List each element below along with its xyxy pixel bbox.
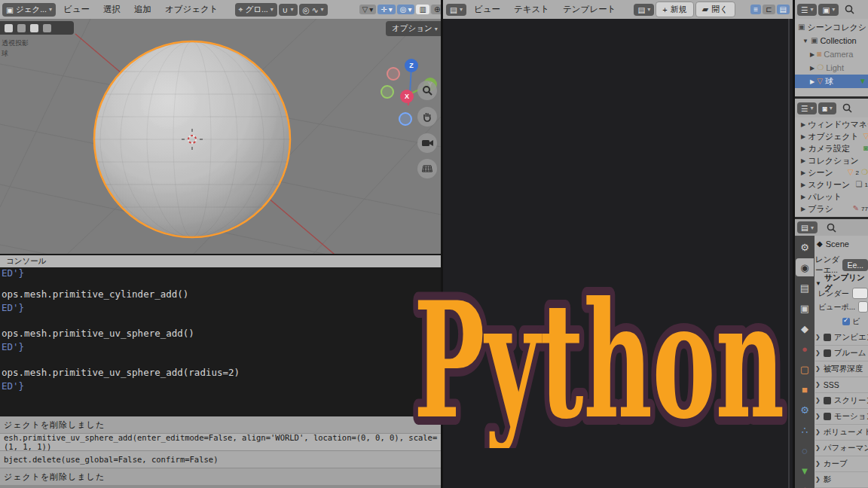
blendfile-item-objects[interactable]: ▶オブジェクト▽ bbox=[795, 130, 868, 142]
tab-object[interactable]: ■ bbox=[796, 380, 814, 398]
outliner-item-scene-collection[interactable]: ▣ シーンコレクショ bbox=[795, 20, 868, 34]
console-tab[interactable]: コンソール bbox=[0, 256, 46, 267]
checkbox-checked[interactable] bbox=[842, 318, 850, 325]
blendfile-item-screens[interactable]: ▶スクリーン❏1 bbox=[795, 178, 868, 191]
mode-dropdown[interactable]: ▣ジェク...▾ bbox=[2, 3, 56, 17]
outliner-type-dropdown[interactable]: ☰▾ bbox=[797, 102, 817, 114]
blendfile-item-cameras[interactable]: ▶カメラ設定◙ bbox=[795, 142, 868, 154]
section-screen-space[interactable]: ❯スクリーン bbox=[815, 392, 868, 409]
text-editor-scrollbar[interactable] bbox=[788, 19, 790, 488]
display-mode-dropdown[interactable]: ◙▾ bbox=[818, 102, 836, 114]
menu-object[interactable]: オブジェクト bbox=[159, 2, 225, 17]
blendfile-item-scenes[interactable]: ▶シーン▽2❍ bbox=[795, 166, 868, 178]
blendfile-item-collections[interactable]: ▶コレクション bbox=[795, 154, 868, 166]
tab-collection[interactable]: ▢ bbox=[796, 360, 814, 378]
checkbox[interactable] bbox=[824, 397, 831, 404]
gizmo-x-axis[interactable]: X bbox=[400, 90, 414, 103]
section-indirect-lighting[interactable]: ❯間接照明 bbox=[815, 485, 868, 488]
tab-particles[interactable]: ∴ bbox=[796, 421, 814, 439]
zoom-button[interactable] bbox=[417, 81, 437, 100]
render-samples-field[interactable] bbox=[852, 288, 868, 299]
blendfile-item-brushes[interactable]: ▶ブラシ✎77 bbox=[795, 203, 868, 215]
render-engine-dropdown[interactable]: Ee... bbox=[842, 259, 868, 271]
properties-type-dropdown[interactable]: ▤▾ bbox=[797, 221, 818, 233]
gizmo-icon: ✛ bbox=[381, 5, 387, 14]
section-volumetrics[interactable]: ❯ボリューメトリ bbox=[815, 424, 868, 441]
section-sss[interactable]: ❯SSS bbox=[815, 377, 868, 393]
viewport-samples-field[interactable] bbox=[858, 301, 868, 313]
tab-object-data[interactable]: ▼ bbox=[796, 462, 814, 480]
outliner-filter-dropdown[interactable]: ▣▾ bbox=[818, 4, 839, 16]
overlays-toggle[interactable]: ◎▾ bbox=[397, 5, 415, 14]
tab-render[interactable]: ◉ bbox=[796, 258, 814, 276]
orientation-dropdown[interactable]: ⌖グロ...▾ bbox=[235, 3, 277, 17]
blendfile-item-window-manager[interactable]: ▶ウィンドウマネー bbox=[795, 118, 868, 130]
section-curves[interactable]: ❯カーブ bbox=[815, 456, 868, 472]
syntax-highlight-toggle[interactable]: ▤ bbox=[777, 5, 790, 14]
word-wrap-toggle[interactable]: ⊏ bbox=[763, 5, 775, 14]
menu-select[interactable]: 選択 bbox=[97, 2, 127, 17]
tab-view-layer[interactable]: ▣ bbox=[796, 299, 814, 317]
outliner-type-dropdown[interactable]: ☰▾ bbox=[797, 4, 817, 16]
gizmo-neg-y-axis[interactable] bbox=[381, 85, 394, 99]
checkbox[interactable] bbox=[824, 349, 831, 357]
section-motion-blur[interactable]: ❯モーション bbox=[815, 408, 868, 425]
tab-world[interactable]: ● bbox=[796, 340, 814, 358]
menu-text[interactable]: テキスト bbox=[508, 2, 555, 17]
overlays-icon: ◎ bbox=[400, 5, 407, 14]
viewport-canvas[interactable]: 透視投影 球 オプション▾ Z Y X bbox=[0, 19, 441, 254]
info-row[interactable]: ジェクトを削除しました bbox=[0, 416, 441, 434]
text-datablock-dropdown[interactable]: ▤▾ bbox=[634, 4, 654, 16]
gizmos-toggle[interactable]: ✛▾ bbox=[377, 5, 395, 14]
options-dropdown[interactable]: オプション▾ bbox=[386, 21, 441, 36]
menu-add[interactable]: 追加 bbox=[128, 2, 157, 17]
proportional-edit-dropdown[interactable]: ◎∿▾ bbox=[299, 4, 328, 16]
snap-dropdown[interactable]: ∪▾ bbox=[279, 4, 298, 16]
outliner-item-sphere[interactable]: ▶ ▽ 球 ▼ bbox=[795, 75, 868, 88]
info-row[interactable]: esh.primitive_uv_sphere_add(enter_editmo… bbox=[0, 434, 441, 451]
section-ambient-occlusion[interactable]: ❯アンビエン bbox=[815, 329, 868, 346]
tab-physics[interactable]: ◌ bbox=[796, 441, 814, 459]
filter-button[interactable]: ▽▾ bbox=[359, 5, 377, 14]
editor-type-dropdown[interactable]: ▤▾ bbox=[446, 4, 466, 16]
search-icon[interactable] bbox=[827, 223, 836, 233]
blendfile-item-palettes[interactable]: ▶パレット bbox=[795, 191, 868, 203]
tab-tool[interactable]: ⚙ bbox=[796, 238, 814, 256]
tab-scene[interactable]: ◆ bbox=[796, 319, 814, 337]
text-editor-body[interactable] bbox=[443, 19, 793, 488]
line-numbers-toggle[interactable]: ≡ bbox=[750, 5, 761, 14]
perspective-toggle-button[interactable] bbox=[417, 159, 437, 178]
gizmo-neg-x-axis[interactable] bbox=[387, 67, 400, 81]
outliner-item-camera[interactable]: ▶ ◙ Camera bbox=[795, 47, 868, 61]
outliner-item-light[interactable]: ▶ ❍ Light bbox=[795, 61, 868, 75]
tab-material[interactable]: ◑ bbox=[796, 480, 814, 488]
expand-icon[interactable]: ▶ bbox=[810, 51, 815, 58]
camera-view-button[interactable] bbox=[417, 133, 437, 153]
pan-button[interactable] bbox=[417, 107, 437, 127]
open-text-button[interactable]: ▰開く bbox=[695, 2, 735, 17]
checkbox[interactable] bbox=[824, 413, 831, 420]
section-depth-of-field[interactable]: ❯被写界深度 bbox=[815, 361, 868, 377]
search-icon[interactable] bbox=[845, 5, 854, 14]
info-row[interactable]: ジェクトを削除しました bbox=[0, 468, 441, 486]
expand-icon[interactable]: ▶ bbox=[810, 65, 815, 72]
menu-view[interactable]: ビュー bbox=[57, 2, 96, 17]
menu-templates[interactable]: テンプレート bbox=[557, 2, 622, 17]
gizmo-z-axis[interactable]: Z bbox=[405, 59, 418, 72]
console-body[interactable]: ED'} ops.mesh.primitive_cylinder_add() E… bbox=[0, 267, 441, 416]
xray-toggle[interactable]: ▥ bbox=[416, 5, 429, 14]
search-icon[interactable] bbox=[842, 103, 852, 113]
section-performance[interactable]: ❯パフォーマンス bbox=[815, 440, 868, 456]
tab-modifiers[interactable]: ⚙ bbox=[796, 401, 814, 419]
gizmo-neg-z-axis[interactable] bbox=[399, 112, 412, 126]
section-bloom[interactable]: ❯ブルーム bbox=[815, 345, 868, 361]
expand-icon[interactable]: ▼ bbox=[802, 38, 808, 44]
expand-icon[interactable]: ▶ bbox=[810, 78, 815, 85]
new-text-button[interactable]: +新規 bbox=[656, 2, 693, 17]
info-row[interactable]: bject.delete(use_global=False, confirm=F… bbox=[0, 451, 441, 468]
tool-header-icons[interactable] bbox=[0, 21, 74, 35]
checkbox[interactable] bbox=[824, 334, 831, 341]
tab-output[interactable]: ▤ bbox=[796, 279, 814, 297]
menu-view[interactable]: ビュー bbox=[468, 2, 506, 17]
outliner-item-collection[interactable]: ▼ ▣ Collection bbox=[795, 34, 868, 47]
